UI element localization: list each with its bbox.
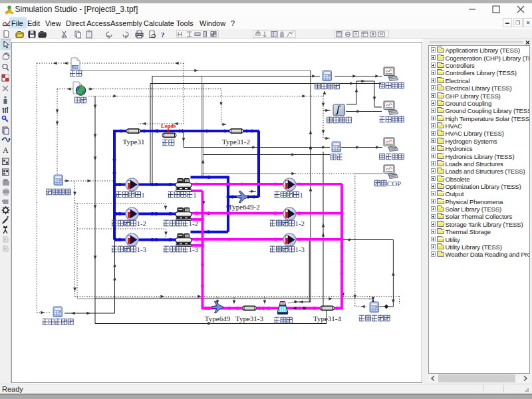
svg-text:Type31-3: Type31-3 (235, 315, 263, 323)
svg-text:1: 1 (193, 191, 197, 199)
svg-text:Type649-2: Type649-2 (228, 203, 260, 211)
svg-text:1: 1 (299, 191, 303, 199)
svg-text:1-3: 1-3 (295, 245, 305, 253)
svg-text:1-3: 1-3 (136, 245, 146, 253)
svg-text:Type31: Type31 (123, 138, 145, 146)
svg-text:Type31-2: Type31-2 (222, 138, 250, 146)
svg-text:COP: COP (387, 180, 401, 188)
svg-text:1-2: 1-2 (188, 219, 198, 227)
svg-text:1-3: 1-3 (188, 245, 198, 253)
svg-text:1-2: 1-2 (136, 219, 146, 227)
svg-text:1-2: 1-2 (295, 219, 305, 227)
svg-text:Loads: Loads (161, 122, 176, 129)
svg-text:Type649: Type649 (205, 315, 231, 323)
svg-text:Type31-4: Type31-4 (313, 315, 341, 323)
svg-text:1: 1 (141, 191, 145, 199)
